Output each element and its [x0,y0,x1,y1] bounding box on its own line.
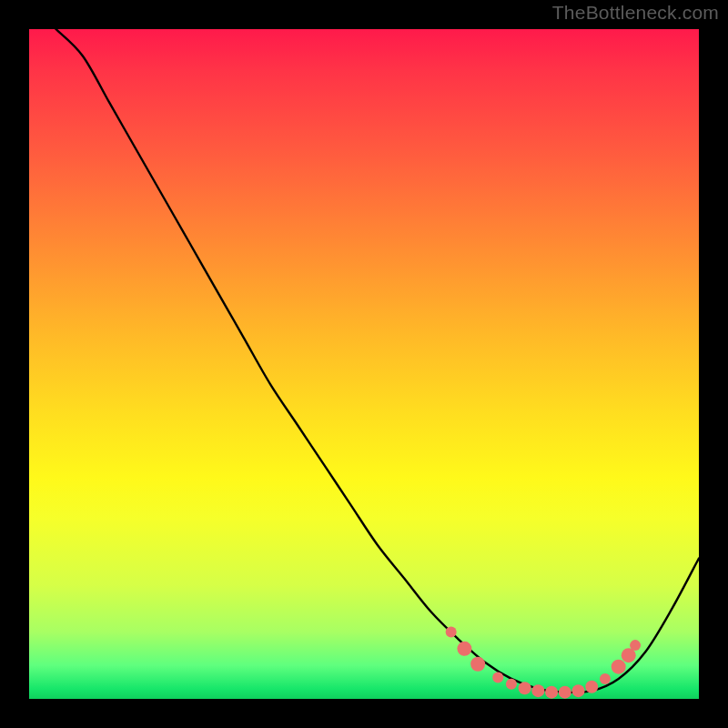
marker-dot [572,684,585,697]
marker-dot [470,657,485,672]
marker-dot [531,684,544,697]
marker-dot [457,642,471,656]
watermark-text: TheBottleneck.com [552,2,719,24]
marker-dot [446,626,457,637]
marker-dot [545,686,558,699]
plot-area [29,29,699,699]
chart-svg [29,29,699,699]
highlight-markers [446,626,641,698]
marker-dot [559,686,571,699]
curve-line [56,29,699,693]
marker-dot [492,672,503,682]
chart-frame: TheBottleneck.com [0,0,728,728]
marker-dot [612,660,626,674]
marker-dot [585,681,598,693]
marker-dot [506,679,517,690]
marker-dot [630,640,641,651]
marker-dot [519,682,531,694]
marker-dot [600,673,611,684]
